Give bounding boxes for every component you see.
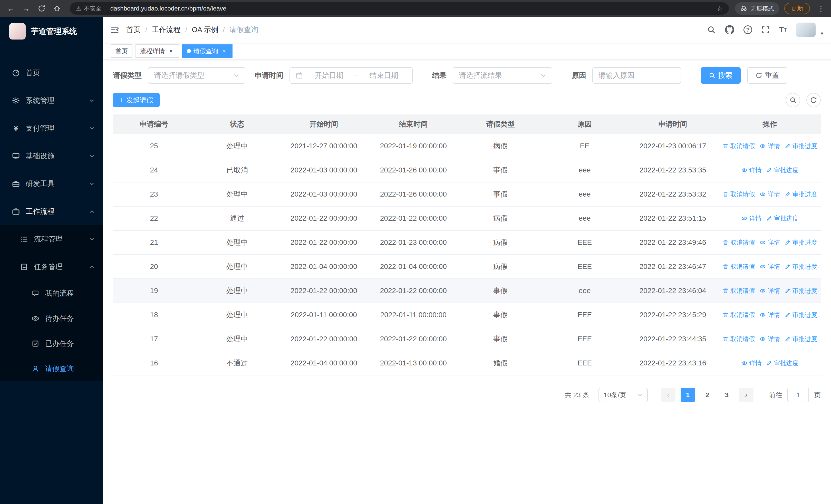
tab-process-detail[interactable]: 流程详情 ×: [136, 45, 179, 58]
tab-home[interactable]: 首页: [111, 45, 133, 58]
prev-page-button[interactable]: ‹: [661, 388, 676, 402]
cancel-leave-link[interactable]: 取消请假: [722, 311, 755, 319]
cell-actions: 取消请假 详情 审批进度: [719, 327, 821, 351]
sidebar-item-infra[interactable]: 基础设施: [0, 142, 103, 170]
caret-down-icon[interactable]: ▾: [821, 30, 823, 36]
cell-reason: EEE: [543, 351, 627, 375]
refresh-icon[interactable]: [35, 2, 48, 15]
cell-actions: 取消请假 详情 审批进度: [719, 182, 821, 206]
github-icon[interactable]: [725, 25, 734, 34]
breadcrumb-item[interactable]: OA 示例: [192, 25, 219, 35]
collapse-sidebar-icon[interactable]: [110, 25, 119, 34]
chat-icon: [31, 290, 40, 297]
approval-progress-link[interactable]: 审批进度: [766, 166, 798, 174]
result-select[interactable]: 请选择流结果: [453, 67, 552, 84]
approval-progress-link[interactable]: 审批进度: [784, 190, 817, 198]
sidebar-item-my-process[interactable]: 我的流程: [0, 281, 103, 306]
bookmark-star-icon[interactable]: ☆: [717, 5, 723, 12]
sidebar-item-done-tasks[interactable]: 已办任务: [0, 331, 103, 356]
cancel-leave-link[interactable]: 取消请假: [722, 190, 755, 198]
approval-progress-link[interactable]: 审批进度: [784, 311, 817, 319]
main-area: 首页 / 工作流程 / OA 示例 / 请假查询 ? TT: [103, 17, 831, 504]
sidebar-item-process-mgmt[interactable]: 流程管理: [0, 225, 103, 253]
cancel-leave-link[interactable]: 取消请假: [722, 287, 755, 295]
fullscreen-icon[interactable]: [762, 26, 770, 34]
close-icon[interactable]: ×: [167, 48, 174, 55]
sidebar-item-task-mgmt[interactable]: 任务管理: [0, 253, 103, 281]
cancel-leave-link[interactable]: 取消请假: [722, 263, 755, 271]
approval-progress-link[interactable]: 审批进度: [784, 287, 817, 295]
start-date-placeholder[interactable]: 开始日期: [307, 70, 352, 80]
approval-progress-link[interactable]: 审批进度: [784, 263, 817, 271]
page-button-1[interactable]: 1: [681, 388, 695, 402]
next-page-button[interactable]: ›: [739, 388, 753, 402]
eye-icon: [760, 263, 766, 270]
home-icon[interactable]: [50, 2, 64, 15]
breadcrumb-item[interactable]: 工作流程: [152, 25, 181, 35]
cell-apply-time: 2022-01-22 23:49:46: [627, 231, 719, 255]
detail-link[interactable]: 详情: [760, 263, 780, 271]
approval-progress-link[interactable]: 审批进度: [784, 142, 817, 150]
sidebar-item-system[interactable]: 系统管理: [0, 87, 103, 114]
detail-link[interactable]: 详情: [741, 166, 762, 174]
cancel-leave-link[interactable]: 取消请假: [722, 142, 755, 150]
action-label: 详情: [768, 311, 780, 319]
cell-actions: 取消请假 详情 审批进度: [719, 279, 821, 303]
forward-icon[interactable]: →: [20, 2, 33, 15]
sidebar-item-leave-query[interactable]: 请假查询: [0, 356, 103, 381]
detail-link[interactable]: 详情: [741, 214, 762, 223]
detail-link[interactable]: 详情: [760, 335, 780, 343]
detail-link[interactable]: 详情: [760, 311, 780, 319]
font-size-icon[interactable]: TT: [779, 26, 787, 34]
approval-progress-link[interactable]: 审批进度: [784, 238, 817, 247]
sidebar-item-workflow[interactable]: 工作流程: [0, 198, 103, 225]
page-size-select[interactable]: 10条/页: [599, 388, 648, 402]
cancel-leave-link[interactable]: 取消请假: [722, 335, 755, 343]
page-unit-label: 页: [814, 391, 821, 399]
search-button[interactable]: 搜索: [700, 67, 741, 84]
url-bar[interactable]: ⚠ 不安全 dashboard.yudao.iocoder.cn/bpm/oa/…: [70, 2, 729, 14]
sidebar-item-devtools[interactable]: 研发工具: [0, 170, 103, 198]
sidebar-item-home[interactable]: 首页: [0, 59, 103, 87]
eye-icon: [760, 288, 766, 294]
reason-input[interactable]: [592, 67, 681, 84]
action-label: 详情: [768, 335, 780, 343]
browser-menu-icon[interactable]: ⋮: [815, 4, 827, 13]
tab-leave-query[interactable]: 请假查询 ×: [182, 45, 232, 58]
reset-button[interactable]: 重置: [747, 67, 787, 84]
detail-link[interactable]: 详情: [760, 142, 780, 150]
detail-link[interactable]: 详情: [741, 359, 762, 367]
detail-link[interactable]: 详情: [760, 238, 780, 247]
back-icon[interactable]: ←: [4, 2, 18, 15]
sidebar-item-todo-tasks[interactable]: 待办任务: [0, 306, 103, 331]
refresh-table-icon[interactable]: [806, 93, 821, 107]
approval-progress-link[interactable]: 审批进度: [766, 359, 798, 367]
help-icon[interactable]: ?: [744, 25, 752, 34]
cell-actions: 取消请假 详情 审批进度: [719, 134, 821, 158]
sidebar-item-payment[interactable]: ¥ 支付管理: [0, 114, 103, 142]
warning-icon: ⚠: [76, 5, 81, 12]
approval-progress-link[interactable]: 审批进度: [766, 214, 798, 223]
detail-link[interactable]: 详情: [760, 190, 780, 198]
update-button[interactable]: 更新: [784, 3, 810, 14]
logo-avatar: [9, 23, 26, 39]
breadcrumb-item[interactable]: 首页: [126, 25, 141, 35]
avatar[interactable]: [796, 23, 815, 37]
page-button-3[interactable]: 3: [720, 388, 734, 402]
toggle-search-icon[interactable]: [786, 93, 800, 107]
goto-page-input[interactable]: [787, 388, 809, 402]
leave-type-select[interactable]: 请选择请假类型: [148, 67, 245, 84]
end-date-placeholder[interactable]: 结束日期: [361, 70, 406, 80]
search-icon[interactable]: [707, 25, 716, 34]
page-button-2[interactable]: 2: [700, 388, 715, 402]
filter-label: 申请时间: [255, 70, 283, 80]
create-leave-button[interactable]: + 发起请假: [113, 93, 160, 107]
date-range-picker[interactable]: 开始日期 - 结束日期: [289, 67, 413, 84]
navbar: 首页 / 工作流程 / OA 示例 / 请假查询 ? TT: [103, 17, 831, 42]
approval-progress-link[interactable]: 审批进度: [784, 335, 817, 343]
close-icon[interactable]: ×: [221, 48, 228, 55]
cell-end-time: 2022-01-22 00:00:00: [369, 279, 458, 303]
cancel-leave-link[interactable]: 取消请假: [722, 238, 755, 247]
cell-start-time: 2022-01-03 00:00:00: [279, 158, 369, 182]
detail-link[interactable]: 详情: [760, 287, 780, 295]
